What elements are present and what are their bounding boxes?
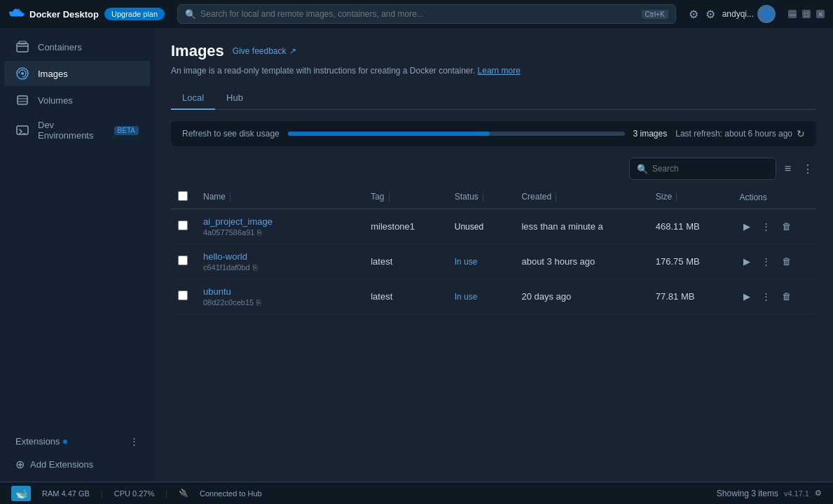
image-name-link-2[interactable]: ubuntu bbox=[203, 286, 231, 297]
app-name: Docker Desktop bbox=[29, 9, 99, 20]
table-toolbar: 🔍 ≡ ⋮ bbox=[171, 158, 816, 180]
run-button-1[interactable]: ▶ bbox=[739, 253, 755, 270]
global-search-box[interactable]: 🔍 Ctrl+K bbox=[177, 4, 676, 24]
settings-wheel-icon[interactable]: ⚙ bbox=[815, 489, 822, 498]
status-unused-0: Unused bbox=[455, 222, 483, 232]
row-checkbox-2[interactable] bbox=[178, 290, 188, 300]
row-checkbox-1[interactable] bbox=[178, 255, 188, 265]
table-search-input[interactable] bbox=[652, 164, 769, 174]
images-table: Name Tag Status Created Size Actions ai_… bbox=[171, 186, 816, 314]
copy-id-icon-0[interactable]: ⎘ bbox=[257, 228, 262, 237]
search-icon: 🔍 bbox=[637, 164, 648, 174]
svg-rect-5 bbox=[17, 126, 28, 134]
sidebar-item-extensions[interactable]: Extensions ⋮ bbox=[4, 430, 150, 452]
minimize-button[interactable]: — bbox=[788, 10, 797, 18]
search-icon: 🔍 bbox=[185, 9, 196, 20]
avatar: 👤 bbox=[757, 5, 776, 23]
run-button-2[interactable]: ▶ bbox=[739, 288, 755, 304]
more-actions-button-2[interactable]: ⋮ bbox=[757, 288, 775, 304]
extensions-dot bbox=[63, 440, 67, 444]
svg-rect-0 bbox=[17, 43, 28, 52]
statusbar-connection: Connected to Hub bbox=[200, 489, 262, 498]
beta-badge: BETA bbox=[114, 126, 139, 135]
container-icon bbox=[15, 40, 29, 54]
select-all-checkbox[interactable] bbox=[178, 191, 188, 201]
refresh-section: Last refresh: about 6 hours ago ↻ bbox=[675, 128, 805, 139]
app-logo: Docker Desktop bbox=[8, 7, 99, 21]
user-menu[interactable]: andyqi... 👤 bbox=[722, 5, 776, 23]
table-row: hello-world c641f1daf0bd ⎘ latestIn usea… bbox=[171, 244, 816, 279]
statusbar: 🐋 RAM 4.47 GB | CPU 0.27% | 🔌 Connected … bbox=[0, 482, 833, 504]
col-header-created: Created bbox=[521, 192, 551, 202]
status-in-use-1[interactable]: In use bbox=[455, 257, 478, 267]
refresh-icon[interactable]: ↻ bbox=[797, 128, 805, 139]
sidebar-label-images: Images bbox=[38, 69, 68, 79]
page-title: Images bbox=[171, 42, 224, 60]
global-search-input[interactable] bbox=[200, 9, 638, 19]
version-text: v4.17.1 bbox=[784, 489, 809, 498]
delete-button-2[interactable]: 🗑 bbox=[778, 288, 795, 304]
tab-hub[interactable]: Hub bbox=[215, 87, 254, 110]
disk-bar-track bbox=[288, 132, 625, 136]
more-actions-button-0[interactable]: ⋮ bbox=[757, 218, 775, 234]
upgrade-button[interactable]: Upgrade plan bbox=[104, 8, 165, 20]
filter-button[interactable]: ≡ bbox=[782, 160, 794, 178]
disk-bar-label: Refresh to see disk usage bbox=[182, 129, 280, 139]
extensions-menu-icon[interactable]: ⋮ bbox=[130, 436, 139, 447]
extensions-icon[interactable]: ⚙ bbox=[689, 8, 698, 21]
image-name-link-1[interactable]: hello-world bbox=[203, 251, 247, 262]
image-id-2: 08d22c0ceb15 ⎘ bbox=[203, 298, 357, 307]
settings-icon[interactable]: ⚙ bbox=[705, 8, 715, 21]
learn-more-link[interactable]: Learn more bbox=[478, 66, 521, 76]
run-button-0[interactable]: ▶ bbox=[739, 218, 755, 234]
table-row: ubuntu 08d22c0ceb15 ⎘ latestIn use20 day… bbox=[171, 279, 816, 314]
add-extensions-label: Add Extensions bbox=[30, 459, 93, 470]
sidebar-add-extensions[interactable]: ⊕ Add Extensions bbox=[4, 454, 150, 475]
image-name-link-0[interactable]: ai_project_image bbox=[203, 216, 273, 227]
more-actions-button-1[interactable]: ⋮ bbox=[757, 253, 775, 270]
disk-usage-bar: Refresh to see disk usage 3 images Last … bbox=[171, 121, 816, 146]
status-in-use-2[interactable]: In use bbox=[455, 292, 478, 302]
statusbar-cpu: CPU 0.27% bbox=[114, 489, 154, 498]
statusbar-right: Showing 3 items v4.17.1 ⚙ bbox=[717, 489, 822, 498]
image-id-0: 4a0577586a91 ⎘ bbox=[203, 228, 357, 237]
titlebar: Docker Desktop Upgrade plan 🔍 Ctrl+K ⚙ ⚙… bbox=[0, 0, 833, 28]
sidebar-item-volumes[interactable]: Volumes bbox=[4, 88, 150, 113]
svg-point-3 bbox=[21, 72, 24, 75]
sidebar-item-dev-environments[interactable]: Dev Environments BETA bbox=[4, 114, 150, 146]
row-checkbox-0[interactable] bbox=[178, 220, 188, 230]
maximize-button[interactable]: □ bbox=[802, 10, 811, 18]
delete-button-1[interactable]: 🗑 bbox=[778, 253, 795, 270]
created-cell-1: about 3 hours ago bbox=[514, 244, 648, 279]
page-description: An image is a read-only template with in… bbox=[171, 66, 816, 76]
size-cell-0: 468.11 MB bbox=[649, 209, 733, 244]
size-cell-1: 176.75 MB bbox=[649, 244, 733, 279]
statusbar-whale-icon[interactable]: 🐋 bbox=[11, 486, 31, 501]
image-id-1: c641f1daf0bd ⎘ bbox=[203, 263, 357, 272]
volumes-icon bbox=[15, 93, 29, 107]
table-row: ai_project_image 4a0577586a91 ⎘ mileston… bbox=[171, 209, 816, 244]
copy-id-icon-1[interactable]: ⎘ bbox=[253, 263, 258, 272]
images-icon bbox=[15, 66, 29, 80]
size-cell-2: 77.81 MB bbox=[649, 279, 733, 314]
statusbar-ram: RAM 4.47 GB bbox=[42, 489, 90, 498]
sidebar-item-containers[interactable]: Containers bbox=[4, 34, 150, 59]
dev-env-icon bbox=[15, 123, 29, 137]
tab-local[interactable]: Local bbox=[171, 87, 215, 110]
more-options-button[interactable]: ⋮ bbox=[799, 160, 816, 178]
keyboard-shortcut: Ctrl+K bbox=[642, 10, 668, 19]
delete-button-0[interactable]: 🗑 bbox=[778, 218, 795, 234]
copy-id-icon-2[interactable]: ⎘ bbox=[256, 298, 261, 307]
disk-bar-fill bbox=[288, 132, 490, 136]
showing-items: Showing 3 items bbox=[717, 489, 778, 498]
created-cell-2: 20 days ago bbox=[514, 279, 648, 314]
main-layout: Containers Images Volumes bbox=[0, 28, 833, 482]
sidebar-item-images[interactable]: Images bbox=[4, 61, 150, 86]
table-search-box[interactable]: 🔍 bbox=[629, 158, 776, 180]
col-header-actions: Actions bbox=[739, 192, 766, 202]
external-link-icon: ↗ bbox=[289, 46, 296, 56]
sidebar-label-volumes: Volumes bbox=[38, 95, 73, 106]
feedback-link[interactable]: Give feedback ↗ bbox=[233, 46, 296, 56]
tabs: Local Hub bbox=[171, 87, 816, 110]
close-button[interactable]: ✕ bbox=[816, 10, 825, 18]
